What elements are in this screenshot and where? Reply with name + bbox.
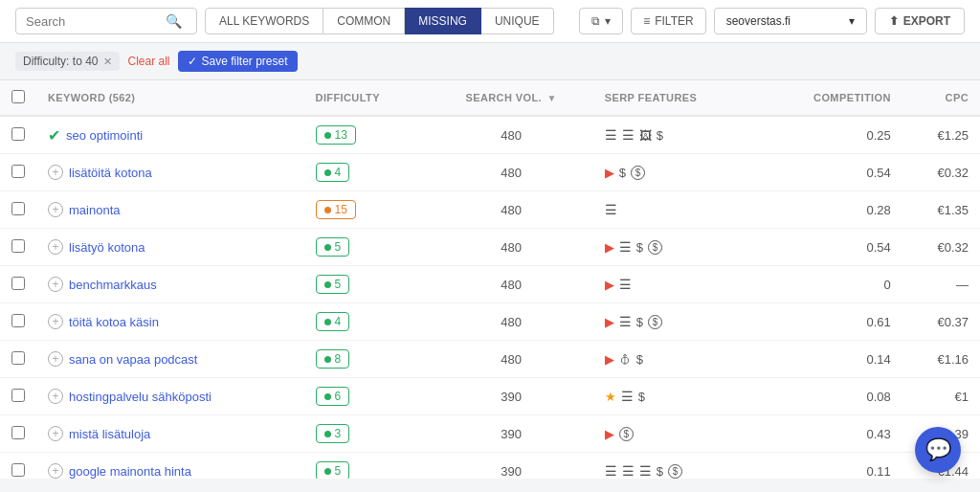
keyword-link[interactable]: sana on vapaa podcast — [69, 352, 197, 367]
row-checkbox-cell[interactable] — [0, 341, 36, 378]
row-checkbox-cell[interactable] — [0, 229, 36, 266]
keyword-status-icon: ✔ — [48, 126, 60, 145]
keyword-cell: + hostingpalvelu sähköposti — [36, 378, 304, 415]
competition-cell: 0.14 — [759, 341, 902, 378]
serp-icons-group: ▶ $ $ — [605, 166, 747, 180]
keyword-link[interactable]: hostingpalvelu sähköposti — [69, 390, 212, 404]
keyword-link[interactable]: mainonta — [69, 203, 120, 217]
chat-button[interactable]: 💬 — [915, 427, 961, 473]
row-checkbox-cell[interactable] — [0, 191, 36, 229]
serp-icons-group: ☰ — [605, 202, 747, 217]
row-checkbox-cell[interactable] — [0, 303, 36, 341]
row-checkbox-cell[interactable] — [0, 415, 36, 453]
table-row: ✔ seo optimointi 13 480 ☰ ☰ 🖼 $ 0.25 €1.… — [0, 116, 980, 154]
search-vol-cell: 480 — [430, 341, 593, 378]
tab-unique[interactable]: UNIQUE — [481, 8, 554, 34]
tab-common[interactable]: COMMON — [323, 8, 405, 34]
table-row: + lisätöitä kotona 4 480 ▶ $ $ 0.54 €0.3… — [0, 154, 980, 191]
competition-cell: 0.43 — [759, 415, 902, 453]
cpc-cell: €0.37 — [902, 303, 980, 341]
keyword-add-icon: + — [48, 239, 63, 255]
difficulty-badge: 13 — [316, 125, 356, 145]
search-vol-cell: 480 — [430, 154, 593, 191]
difficulty-badge: 5 — [316, 461, 350, 479]
row-checkbox[interactable] — [11, 351, 25, 365]
row-checkbox[interactable] — [11, 165, 25, 178]
copy-button[interactable]: ⧉ ▾ — [579, 8, 623, 34]
row-checkbox[interactable] — [11, 239, 25, 253]
keyword-link[interactable]: mistä lisätuloja — [69, 427, 150, 441]
search-vol-col-header[interactable]: SEARCH VOL. ▼ — [430, 80, 593, 116]
keyword-add-icon: + — [48, 202, 63, 217]
difficulty-dot — [324, 468, 331, 475]
filter-button[interactable]: ≡ FILTER — [631, 8, 705, 34]
table-row: + benchmarkkaus 5 480 ▶ ☰ 0 — — [0, 266, 980, 303]
serp-cell: ☰ ☰ ☰ $ $ — [593, 453, 759, 480]
row-checkbox-cell[interactable] — [0, 266, 36, 303]
table-row: + sana on vapaa podcast 8 480 ▶ ⦽ $ 0.14… — [0, 341, 980, 378]
row-checkbox[interactable] — [11, 426, 25, 439]
row-checkbox[interactable] — [11, 389, 25, 402]
save-filter-label: Save filter preset — [202, 55, 288, 68]
search-vol-cell: 480 — [430, 229, 593, 266]
row-checkbox-cell[interactable] — [0, 378, 36, 415]
difficulty-dot — [324, 356, 331, 363]
difficulty-cell: 5 — [304, 453, 430, 480]
difficulty-badge: 8 — [316, 349, 350, 369]
serp-cell: ☰ ☰ 🖼 $ — [593, 116, 759, 154]
search-input[interactable] — [26, 14, 160, 29]
row-checkbox-cell[interactable] — [0, 154, 36, 191]
serp-cell: ☰ — [593, 191, 759, 229]
keywords-table-container: KEYWORD (562) DIFFICULTY SEARCH VOL. ▼ S… — [0, 80, 980, 479]
row-checkbox-cell[interactable] — [0, 453, 36, 480]
table-row: + lisätyö kotona 5 480 ▶ ☰ $ $ 0.54 €0.3… — [0, 229, 980, 266]
tab-all-keywords[interactable]: ALL KEYWORDS — [205, 8, 323, 34]
keyword-col-header: KEYWORD (562) — [36, 80, 304, 116]
top-bar: 🔍 ALL KEYWORDS COMMON MISSING UNIQUE ⧉ ▾… — [0, 0, 980, 43]
row-checkbox[interactable] — [11, 314, 25, 327]
clear-all-button[interactable]: Clear all — [127, 55, 169, 68]
table-row: + google mainonta hinta 5 390 ☰ ☰ ☰ $ $ … — [0, 453, 980, 480]
keyword-link[interactable]: lisätöitä kotona — [69, 166, 152, 180]
keyword-link[interactable]: töitä kotoa käsin — [69, 315, 159, 329]
export-icon: ⬆ — [889, 14, 899, 28]
difficulty-cell: 13 — [304, 116, 430, 154]
keyword-cell: ✔ seo optimointi — [36, 116, 304, 154]
filter-tag-close[interactable]: ✕ — [103, 56, 112, 68]
keyword-add-icon: + — [48, 426, 63, 441]
keyword-link[interactable]: google mainonta hinta — [69, 464, 191, 479]
row-checkbox[interactable] — [11, 463, 25, 477]
search-vol-cell: 480 — [430, 266, 593, 303]
difficulty-cell: 15 — [304, 191, 430, 229]
difficulty-dot — [324, 431, 331, 437]
cpc-cell: — — [902, 266, 980, 303]
row-checkbox[interactable] — [11, 127, 25, 141]
keyword-link[interactable]: lisätyö kotona — [69, 240, 145, 255]
keyword-link[interactable]: seo optimointi — [66, 128, 143, 143]
competition-cell: 0.28 — [759, 191, 902, 229]
serp-icons-group: ▶ ⦽ $ — [605, 352, 747, 367]
competition-cell: 0.54 — [759, 229, 902, 266]
serp-icons-group: ☰ ☰ 🖼 $ — [605, 127, 747, 143]
competition-cell: 0.61 — [759, 303, 902, 341]
select-all-checkbox[interactable] — [11, 90, 25, 103]
save-filter-preset-button[interactable]: ✓ Save filter preset — [178, 51, 298, 72]
row-checkbox[interactable] — [11, 277, 25, 290]
competition-col-header: COMPETITION — [759, 80, 902, 116]
export-button[interactable]: ⬆ EXPORT — [875, 8, 965, 34]
competition-cell: 0.08 — [759, 378, 902, 415]
tab-missing[interactable]: MISSING — [405, 8, 481, 34]
search-box[interactable]: 🔍 — [15, 8, 197, 34]
search-vol-cell: 480 — [430, 191, 593, 229]
serp-cell: ▶ $ — [593, 415, 759, 453]
table-row: + mainonta 15 480 ☰ 0.28 €1.35 — [0, 191, 980, 229]
difficulty-badge: 4 — [316, 163, 350, 182]
difficulty-cell: 3 — [304, 415, 430, 453]
serp-cell: ▶ ☰ — [593, 266, 759, 303]
keyword-link[interactable]: benchmarkkaus — [69, 278, 157, 292]
domain-select[interactable]: seoverstas.fi ▾ — [714, 8, 867, 34]
filter-tag-label: Difficulty: to 40 — [23, 55, 98, 68]
row-checkbox[interactable] — [11, 202, 25, 215]
row-checkbox-cell[interactable] — [0, 116, 36, 154]
keyword-cell: + sana on vapaa podcast — [36, 341, 304, 378]
